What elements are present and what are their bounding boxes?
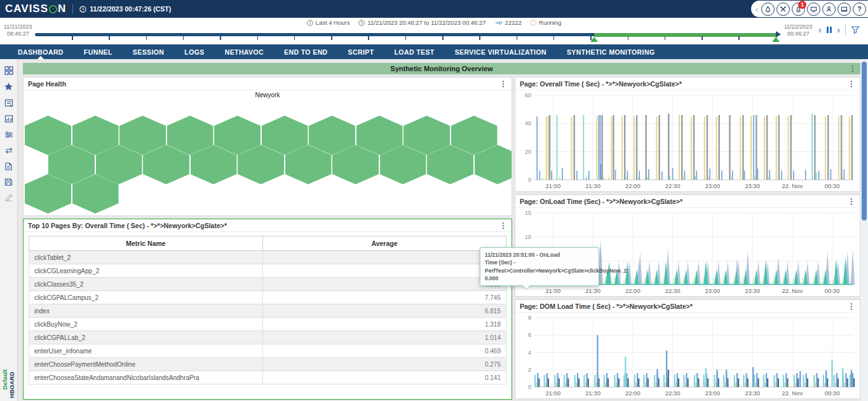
average-cell <box>262 264 506 278</box>
page-health-title: Page Health <box>28 80 66 88</box>
page-health-menu-icon[interactable]: ⋮ <box>499 79 507 89</box>
tooltip-line: PerfTest>Controller>Newyork>CgSlate>clic… <box>485 267 594 275</box>
tab-funnel[interactable]: FUNNEL <box>84 44 112 59</box>
timeline-tick <box>146 36 147 40</box>
tab-nethavoc[interactable]: NETHAVOC <box>225 44 264 59</box>
edit-icon[interactable] <box>0 193 17 202</box>
average-cell: 6.815 <box>262 304 506 318</box>
overall-time-title: Page: Overall Time ( Sec) - *>*>Newyork>… <box>520 80 682 88</box>
topbar-actions: ‹ 1 ? <box>751 1 868 17</box>
report-icon[interactable] <box>0 99 17 107</box>
dom-load-time-panel: Page: DOM Load Time ( Sec) - *>*>Newyork… <box>515 299 860 399</box>
tab-end-to-end[interactable]: END TO END <box>284 44 328 59</box>
test-run[interactable]: 22222 <box>495 19 522 26</box>
metric-name-cell: enterChooseaStateAndamanandNicobarIsland… <box>29 371 263 384</box>
dom-load-time-title: Page: DOM Load Time ( Sec) - *>*>Newyork… <box>520 302 693 310</box>
metric-name-cell: enterUser_infoname <box>29 344 263 358</box>
save-icon[interactable] <box>0 178 17 186</box>
brand-text-left: CAVISS <box>5 3 48 15</box>
svg-text:22:30: 22:30 <box>665 287 681 294</box>
left-sidebar: Default HBOARD <box>0 59 18 401</box>
column-header-metric: Metric Name <box>29 236 263 251</box>
tab-logs[interactable]: LOGS <box>184 44 204 59</box>
overview-menu-icon[interactable]: ⋮ <box>849 64 857 74</box>
tooltip-line: 0.000 <box>485 275 594 282</box>
tab-script[interactable]: SCRIPT <box>348 44 374 59</box>
dom-load-time-menu-icon[interactable]: ⋮ <box>848 301 855 311</box>
dom-load-time-chart[interactable]: 0246821:0021:3022:0022:3023:0023:3022. N… <box>515 313 860 398</box>
svg-text:21:00: 21:00 <box>545 182 560 189</box>
svg-text:60: 60 <box>525 92 531 99</box>
help-icon[interactable]: ? <box>853 3 866 16</box>
vertical-scrollbar[interactable] <box>860 59 868 401</box>
notifications-icon[interactable]: 1 <box>792 3 805 16</box>
notification-badge: 1 <box>798 1 806 9</box>
average-cell: 1.014 <box>262 331 506 344</box>
compare-arrows-icon[interactable] <box>0 146 17 155</box>
table-row[interactable]: clickCGPALLab_21.014 <box>29 331 506 344</box>
widget-chart-icon[interactable] <box>0 114 17 123</box>
main-nav: DASHBOARDFUNNELSESSIONLOGSNETHAVOCEND TO… <box>0 44 868 59</box>
collapse-actions-icon[interactable]: ‹ <box>756 4 758 14</box>
range-info: Last 4 Hours 11/21/2023 20:46:27 to 11/2… <box>0 19 868 26</box>
tab-load-test[interactable]: LOAD TEST <box>395 44 435 59</box>
theme-icon[interactable] <box>761 3 775 16</box>
cavisson-logo: CAVISSN <box>0 3 66 15</box>
main-area: Default HBOARD Synthetic Monitoring Over… <box>0 59 868 401</box>
svg-text:00:30: 00:30 <box>825 390 840 397</box>
tools-icon[interactable] <box>776 3 790 16</box>
timeline-tick <box>665 36 666 40</box>
step-back-icon[interactable]: ‹ <box>818 25 822 34</box>
table-row[interactable]: enterChooseaStateAndamanandNicobarIsland… <box>29 371 506 384</box>
slider-handle-right[interactable] <box>772 37 780 42</box>
svg-text:00:30: 00:30 <box>825 287 840 294</box>
average-cell: 1.318 <box>262 318 506 331</box>
time-slider-selection[interactable] <box>594 33 777 37</box>
dashboard-grid-icon[interactable] <box>0 66 17 75</box>
metric-settings-icon[interactable] <box>0 130 17 139</box>
monitor-icon[interactable] <box>807 3 820 16</box>
table-row[interactable]: clickCGLearningApp_2 <box>29 264 506 278</box>
table-row[interactable]: enterUser_infoname0.469 <box>29 344 506 358</box>
table-row[interactable]: enterChoosePaymentMethodOnline0.275 <box>29 358 506 371</box>
brand-o-icon <box>49 5 57 13</box>
document-icon[interactable] <box>0 162 17 171</box>
hex-group-label: Newyork <box>24 92 512 99</box>
display-icon[interactable] <box>837 3 851 16</box>
tab-synthetic-monitoring[interactable]: SYNTHETIC MONITORING <box>567 44 654 59</box>
svg-text:22:00: 22:00 <box>625 287 641 294</box>
overall-time-chart[interactable]: 020406021:0021:3022:0022:3023:0023:3022.… <box>515 90 860 191</box>
top-pages-menu-icon[interactable]: ⋮ <box>499 221 507 231</box>
table-row[interactable]: index6.815 <box>29 304 506 318</box>
table-row[interactable]: clickTablet_2 <box>29 251 506 264</box>
step-forward-icon[interactable]: › <box>837 25 840 34</box>
time-slider-track[interactable] <box>35 33 594 36</box>
svg-text:23:00: 23:00 <box>705 287 720 294</box>
filter-icon[interactable] <box>851 25 860 34</box>
average-cell <box>262 251 506 264</box>
svg-text:21:30: 21:30 <box>585 287 600 294</box>
time-slider[interactable] <box>35 32 780 41</box>
svg-text:20: 20 <box>525 149 531 155</box>
tab-session[interactable]: SESSION <box>133 44 164 59</box>
metric-name-cell: clickTablet_2 <box>29 251 263 264</box>
favorites-star-icon[interactable] <box>0 82 17 92</box>
user-icon[interactable] <box>822 3 836 16</box>
slider-handle-left[interactable] <box>590 37 598 42</box>
metric-name-cell: clickCGPALCampus_2 <box>29 291 263 304</box>
table-row[interactable]: clickBuyNow_21.318 <box>29 318 506 331</box>
svg-text:21:30: 21:30 <box>585 390 600 397</box>
tab-service-virtualization[interactable]: SERVICE VIRTUALIZATION <box>455 44 546 59</box>
pause-icon[interactable] <box>827 27 832 33</box>
tab-dashboard[interactable]: DASHBOARD <box>18 44 64 59</box>
range-window[interactable]: 11/21/2023 20:46:27 to 11/22/2023 00:46:… <box>358 19 485 26</box>
onload-time-menu-icon[interactable]: ⋮ <box>848 196 855 207</box>
table-row[interactable]: clickCGPALCampus_27.745 <box>29 291 506 304</box>
overall-time-menu-icon[interactable]: ⋮ <box>848 79 855 89</box>
page-health-panel: Page Health⋮ Newyork <box>23 77 512 216</box>
table-row[interactable]: clickClasses35_27.093 <box>29 278 506 291</box>
scrollbar-thumb[interactable] <box>862 62 867 221</box>
svg-text:00:30: 00:30 <box>825 182 840 189</box>
range-preset[interactable]: Last 4 Hours <box>307 19 350 26</box>
svg-text:6: 6 <box>528 332 531 338</box>
